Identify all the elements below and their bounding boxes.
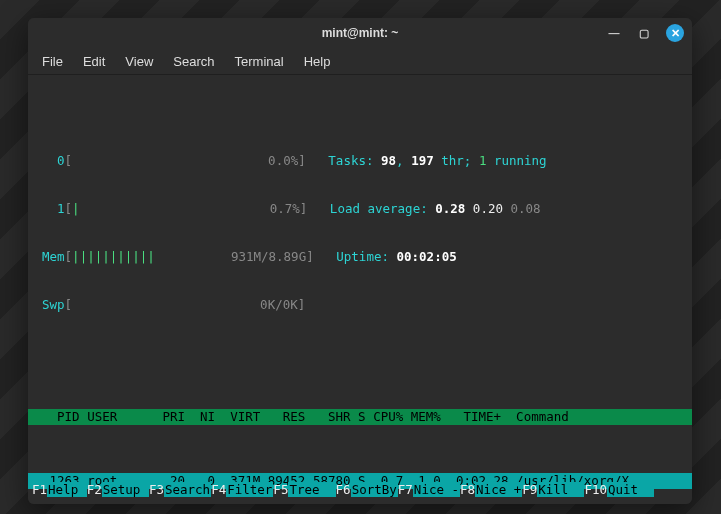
- desktop: mint@mint: ~ — ▢ ✕ File Edit View Search…: [0, 0, 721, 514]
- fkey-label: Quit: [607, 482, 654, 497]
- fkey-label: Search: [164, 482, 211, 497]
- function-key-bar: F1Help F2Setup F3SearchF4FilterF5Tree F6…: [28, 482, 692, 498]
- fkey-F4[interactable]: F4: [211, 482, 226, 497]
- minimize-button[interactable]: —: [606, 25, 622, 41]
- fkey-label: Filter: [226, 482, 273, 497]
- fkey-label: Nice -: [413, 482, 460, 497]
- cpu0-meter: 0[0.0%] Tasks: 98, 197 thr; 1 running: [28, 153, 692, 169]
- mem-meter: Mem[|||||||||||931M/8.89G] Uptime: 00:02…: [28, 249, 692, 265]
- fkey-F3[interactable]: F3: [149, 482, 164, 497]
- fkey-F2[interactable]: F2: [87, 482, 102, 497]
- menu-search[interactable]: Search: [173, 54, 214, 69]
- menu-terminal[interactable]: Terminal: [235, 54, 284, 69]
- swp-meter: Swp[0K/0K]: [28, 297, 692, 313]
- close-button[interactable]: ✕: [666, 24, 684, 42]
- menu-file[interactable]: File: [42, 54, 63, 69]
- fkey-label: Nice +: [475, 482, 522, 497]
- menu-help[interactable]: Help: [304, 54, 331, 69]
- fkey-label: Help: [47, 482, 87, 497]
- column-header[interactable]: PID USER PRI NI VIRT RES SHR S CPU% MEM%…: [28, 409, 692, 425]
- window-title: mint@mint: ~: [322, 26, 399, 40]
- fkey-label: Setup: [102, 482, 149, 497]
- menubar: File Edit View Search Terminal Help: [28, 48, 692, 75]
- fkey-label: Kill: [537, 482, 584, 497]
- fkey-F1[interactable]: F1: [32, 482, 47, 497]
- fkey-F10[interactable]: F10: [584, 482, 607, 497]
- fkey-label: Tree: [288, 482, 335, 497]
- fkey-F5[interactable]: F5: [273, 482, 288, 497]
- fkey-F9[interactable]: F9: [522, 482, 537, 497]
- fkey-F6[interactable]: F6: [336, 482, 351, 497]
- cpu1-meter: 1[|0.7%] Load average: 0.28 0.20 0.08: [28, 201, 692, 217]
- maximize-button[interactable]: ▢: [636, 25, 652, 41]
- fkey-F8[interactable]: F8: [460, 482, 475, 497]
- menu-edit[interactable]: Edit: [83, 54, 105, 69]
- fkey-F7[interactable]: F7: [398, 482, 413, 497]
- fkey-label: SortBy: [351, 482, 398, 497]
- terminal-window: mint@mint: ~ — ▢ ✕ File Edit View Search…: [28, 18, 692, 504]
- menu-view[interactable]: View: [125, 54, 153, 69]
- terminal-output[interactable]: 0[0.0%] Tasks: 98, 197 thr; 1 running 1[…: [28, 75, 692, 504]
- titlebar[interactable]: mint@mint: ~ — ▢ ✕: [28, 18, 692, 48]
